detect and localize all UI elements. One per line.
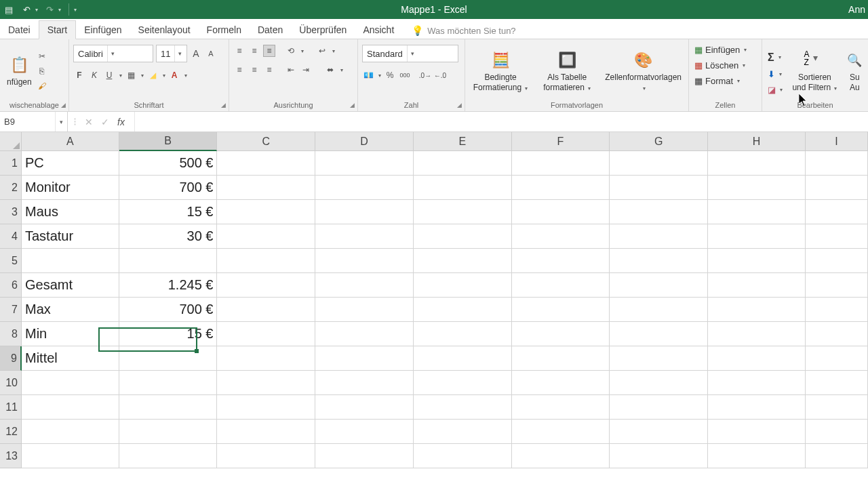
cell[interactable]	[414, 298, 512, 322]
row-header[interactable]: 7	[0, 298, 22, 322]
cell[interactable]	[708, 346, 806, 371]
cell[interactable]	[512, 273, 610, 298]
column-header[interactable]: H	[708, 132, 806, 151]
column-header[interactable]: I	[806, 132, 868, 151]
redo-icon[interactable]: ↷	[43, 3, 56, 16]
cell[interactable]	[217, 395, 315, 420]
comma-style-icon[interactable]: 000	[399, 69, 411, 81]
cell[interactable]	[708, 322, 806, 346]
accounting-format-icon[interactable]: 💶	[362, 69, 374, 81]
cell[interactable]	[708, 200, 806, 224]
column-header[interactable]: A	[22, 132, 119, 151]
cell[interactable]	[610, 298, 708, 322]
cell[interactable]	[217, 249, 315, 273]
cell[interactable]: Monitor	[22, 176, 119, 200]
cell[interactable]	[315, 371, 414, 395]
cell[interactable]	[610, 444, 708, 468]
cell[interactable]	[119, 249, 218, 273]
cell[interactable]: 1.245 €	[119, 273, 218, 298]
row-header[interactable]: 2	[0, 176, 22, 200]
cell[interactable]	[708, 371, 806, 395]
tell-me-search[interactable]: 💡 Was möchten Sie tun?	[412, 25, 515, 36]
tab-data[interactable]: Daten	[250, 21, 291, 39]
align-bottom-icon[interactable]: ≡	[263, 45, 275, 57]
find-select-button[interactable]: 🔍 SuAu	[846, 48, 864, 94]
row-header[interactable]: 1	[0, 151, 22, 176]
cancel-formula-icon[interactable]: ✕	[85, 117, 93, 127]
row-header[interactable]: 8	[0, 322, 22, 346]
undo-dropdown-icon[interactable]: ▾	[35, 7, 38, 13]
cell[interactable]: 15 €	[119, 322, 218, 346]
shrink-font-icon[interactable]: A	[205, 47, 217, 60]
cell[interactable]	[806, 346, 868, 371]
column-header[interactable]: D	[315, 132, 414, 151]
cell[interactable]	[610, 322, 708, 346]
cell[interactable]	[119, 444, 218, 468]
launcher-icon[interactable]: ◢	[61, 102, 66, 108]
percent-icon[interactable]: %	[384, 69, 396, 81]
cell[interactable]	[512, 371, 610, 395]
chevron-down-icon[interactable]: ▾	[301, 48, 304, 54]
cell[interactable]	[610, 224, 708, 249]
column-header[interactable]: E	[414, 132, 512, 151]
cell[interactable]	[217, 273, 315, 298]
cell[interactable]	[315, 395, 414, 420]
format-as-table-button[interactable]: 🔲 Als Tabelle formatieren ▾	[536, 48, 598, 94]
cell[interactable]	[512, 224, 610, 249]
cell[interactable]	[806, 322, 868, 346]
row-header[interactable]: 5	[0, 249, 22, 273]
cell[interactable]	[414, 395, 512, 420]
launcher-icon[interactable]: ◢	[221, 102, 226, 108]
cell[interactable]	[414, 273, 512, 298]
cell[interactable]	[315, 346, 414, 371]
cell[interactable]: Mittel	[22, 346, 119, 371]
align-right-icon[interactable]: ≡	[263, 64, 275, 76]
cell[interactable]	[414, 176, 512, 200]
row-header[interactable]: 6	[0, 273, 22, 298]
paste-button[interactable]: 📋 nfügen	[4, 53, 35, 88]
tab-start[interactable]: Start	[39, 20, 77, 39]
cell[interactable]	[315, 420, 414, 444]
cell[interactable]	[806, 371, 868, 395]
cell[interactable]	[22, 444, 119, 468]
cell[interactable]	[414, 371, 512, 395]
cells-area[interactable]: PC500 €Monitor700 €Maus15 €Tastatur30 €G…	[22, 151, 868, 488]
tab-formulas[interactable]: Formeln	[199, 21, 250, 39]
launcher-icon[interactable]: ◢	[457, 102, 462, 108]
cell[interactable]: 30 €	[119, 224, 218, 249]
fill-button[interactable]: ⬇ ▾	[766, 68, 784, 81]
cell[interactable]	[708, 395, 806, 420]
align-center-icon[interactable]: ≡	[248, 64, 260, 76]
fill-color-icon[interactable]: ◢	[146, 69, 159, 81]
cell[interactable]	[119, 420, 218, 444]
row-header[interactable]: 3	[0, 200, 22, 224]
conditional-formatting-button[interactable]: 🧮 Bedingte Formatierung ▾	[469, 48, 532, 94]
align-left-icon[interactable]: ≡	[233, 64, 245, 76]
cell[interactable]	[708, 420, 806, 444]
cell[interactable]	[806, 151, 868, 176]
cell[interactable]	[708, 298, 806, 322]
accept-formula-icon[interactable]: ✓	[101, 117, 109, 127]
underline-button[interactable]: U	[103, 69, 115, 81]
cell[interactable]: 15 €	[119, 200, 218, 224]
font-name-combo[interactable]: Calibri ▾	[73, 45, 153, 62]
cell[interactable]: Maus	[22, 200, 119, 224]
cell[interactable]	[414, 444, 512, 468]
cell[interactable]	[414, 420, 512, 444]
clear-button[interactable]: ◪ ▾	[766, 83, 784, 96]
cell[interactable]	[315, 224, 414, 249]
cell[interactable]	[806, 273, 868, 298]
format-painter-icon[interactable]: 🖌	[36, 80, 48, 92]
cell[interactable]	[414, 151, 512, 176]
cell[interactable]	[806, 444, 868, 468]
cell[interactable]	[119, 371, 218, 395]
cell[interactable]: Tastatur	[22, 224, 119, 249]
cell[interactable]	[512, 298, 610, 322]
tab-file[interactable]: Datei	[0, 21, 39, 39]
chevron-down-icon[interactable]: ▾	[340, 67, 343, 73]
chevron-down-icon[interactable]: ▾	[119, 73, 122, 79]
align-top-icon[interactable]: ≡	[233, 45, 245, 57]
italic-button[interactable]: K	[88, 69, 100, 81]
column-header[interactable]: B	[119, 132, 218, 151]
tab-insert[interactable]: Einfügen	[76, 21, 130, 39]
